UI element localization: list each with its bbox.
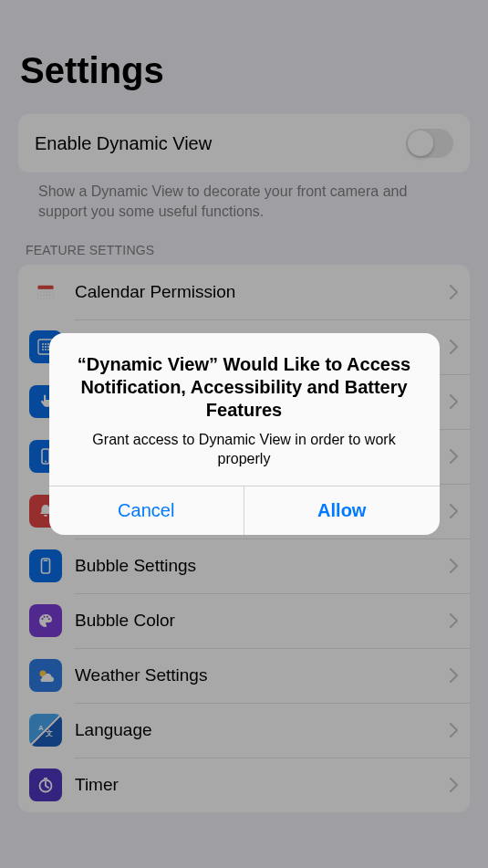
- cancel-button[interactable]: Cancel: [49, 486, 244, 535]
- permission-alert: “Dynamic View” Would Like to Access Noti…: [49, 333, 440, 535]
- permission-alert-overlay: “Dynamic View” Would Like to Access Noti…: [0, 0, 488, 868]
- allow-button[interactable]: Allow: [244, 486, 440, 535]
- alert-title: “Dynamic View” Would Like to Access Noti…: [69, 353, 420, 422]
- alert-message: Grant access to Dynamic View in order to…: [69, 431, 420, 469]
